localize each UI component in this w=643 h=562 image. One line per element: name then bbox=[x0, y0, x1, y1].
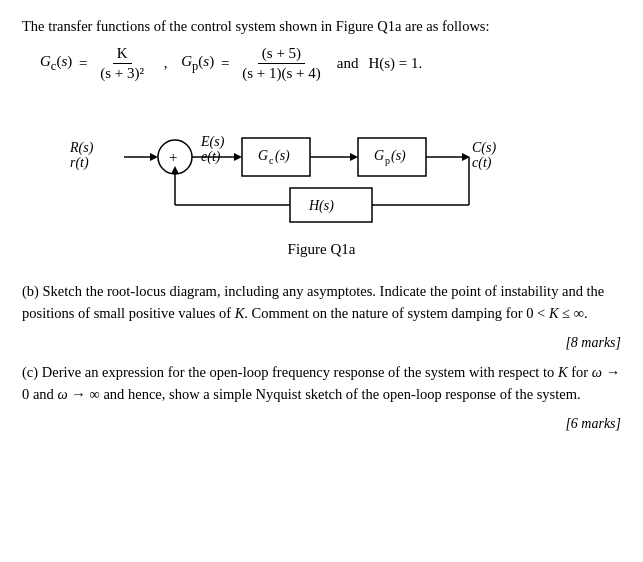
gp-denom: (s + 1)(s + 4) bbox=[238, 64, 325, 82]
gp-label: Gp(s) bbox=[181, 53, 214, 74]
transfer-functions-line: Gc(s) = K (s + 3)² , Gp(s) = (s + 5) (s … bbox=[40, 45, 621, 82]
gp-fraction: (s + 5) (s + 1)(s + 4) bbox=[238, 45, 325, 82]
part-b-marks: [8 marks] bbox=[22, 335, 621, 351]
part-b: (b) Sketch the root-locus diagram, inclu… bbox=[22, 280, 621, 325]
part-b-label: (b) bbox=[22, 283, 39, 299]
gc-expression: Gc(s) = K (s + 3)² bbox=[40, 45, 150, 82]
cs-label: C(s) bbox=[472, 140, 496, 156]
gc-label: Gc(s) bbox=[40, 53, 72, 74]
part-c: (c) Derive an expression for the open-lo… bbox=[22, 361, 621, 406]
diagram-area: R(s) r(t) + E(s) e(t) G c (s) G p (s) C(… bbox=[22, 100, 621, 272]
gc-block-s: (s) bbox=[275, 148, 290, 164]
gc-block-sub: c bbox=[269, 155, 274, 166]
plus-sign: + bbox=[169, 149, 177, 165]
hs-block-label: H(s) bbox=[308, 198, 334, 214]
comma-separator: , bbox=[160, 55, 171, 72]
block-diagram-svg: R(s) r(t) + E(s) e(t) G c (s) G p (s) C(… bbox=[62, 100, 582, 235]
gc-equals: = bbox=[75, 55, 91, 72]
part-b-text: Sketch the root-locus diagram, including… bbox=[22, 283, 604, 321]
gp-expression: Gp(s) = (s + 5) (s + 1)(s + 4) bbox=[181, 45, 326, 82]
gp-numer: (s + 5) bbox=[258, 45, 305, 64]
intro-text: The transfer functions of the control sy… bbox=[22, 18, 621, 35]
rs-label: R(s) bbox=[69, 140, 94, 156]
gp-equals: = bbox=[217, 55, 233, 72]
arrowhead-gc-to-gp bbox=[350, 153, 358, 161]
gc-denom: (s + 3)² bbox=[96, 64, 148, 82]
gp-block-s: (s) bbox=[391, 148, 406, 164]
part-c-marks: [6 marks] bbox=[22, 416, 621, 432]
arrowhead-r-to-sum bbox=[150, 153, 158, 161]
part-c-label: (c) bbox=[22, 364, 38, 380]
part-c-text: Derive an expression for the open-loop f… bbox=[22, 364, 620, 402]
arrowhead-sum-to-gc bbox=[234, 153, 242, 161]
gc-block-label: G bbox=[258, 148, 268, 163]
gc-numer: K bbox=[113, 45, 132, 64]
h-expression: H(s) = 1. bbox=[368, 55, 422, 72]
gp-block-sub: p bbox=[385, 155, 390, 166]
gp-block-label: G bbox=[374, 148, 384, 163]
and-text: and bbox=[337, 55, 359, 72]
figure-caption: Figure Q1a bbox=[288, 241, 356, 258]
gc-fraction: K (s + 3)² bbox=[96, 45, 148, 82]
rt-label: r(t) bbox=[70, 155, 89, 171]
ct-label: c(t) bbox=[472, 155, 492, 171]
es-label: E(s) bbox=[200, 134, 225, 150]
